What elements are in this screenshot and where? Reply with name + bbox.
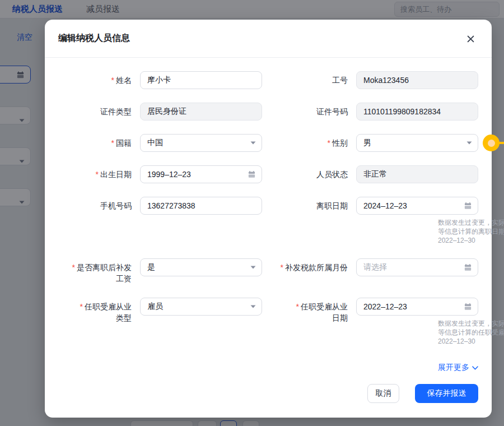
chevron-down-icon [250, 141, 256, 145]
required-marker: * [328, 138, 330, 147]
field-back-pay-month: *补发税款所属月份 请选择 [274, 258, 478, 284]
field-label: 任职受雇从业 日期 [301, 302, 348, 322]
gender-select[interactable]: 男 [356, 134, 478, 152]
save-and-submit-button[interactable]: 保存并报送 [415, 384, 478, 403]
required-marker: * [80, 302, 83, 311]
mobile-input[interactable]: 13627273838 [140, 197, 262, 215]
field-label: 补发税款所属月份 [285, 263, 348, 272]
cancel-button[interactable]: 取消 [367, 384, 399, 403]
field-employee-id: 工号 Moka123456 [274, 71, 478, 89]
annotation-marker-dot [483, 135, 500, 151]
calendar-icon [464, 303, 472, 311]
field-label: 姓名 [116, 76, 132, 85]
birth-date-picker[interactable]: 1999–12–23 [140, 165, 262, 183]
field-id-type: 证件类型 居民身份证 [58, 103, 262, 121]
dialog-title: 编辑纳税人员信息 [58, 33, 130, 44]
nationality-select[interactable]: 中国 [140, 134, 262, 152]
field-name: *姓名 摩小卡 [58, 71, 262, 89]
field-label: 证件号码 [316, 107, 348, 116]
required-marker: * [111, 76, 114, 85]
dialog-footer: 取消 保存并报送 [45, 373, 492, 416]
field-employment-date: *任职受雇从业 日期 2022–12–23 数据发生过变更，实际系统依据员工合同… [274, 298, 478, 346]
employment-date-helper-text: 数据发生过变更，实际系统依据员工合同 等信息计算的任职受雇从业日期应为： 202… [438, 319, 504, 346]
back-pay-month-picker[interactable]: 请选择 [356, 258, 478, 276]
chevron-down-icon [250, 266, 256, 269]
required-marker: * [296, 302, 299, 311]
required-marker: * [281, 263, 283, 272]
employee-id-input: Moka123456 [356, 71, 478, 89]
employment-date-picker[interactable]: 2022–12–23 [356, 298, 478, 316]
leave-date-picker[interactable]: 2024–12–23 [356, 197, 478, 215]
field-employment-type: *任职受雇从业 类型 雇员 [58, 298, 262, 346]
field-label: 工号 [332, 76, 348, 85]
id-number-input: 110101199809182834 [356, 103, 478, 121]
close-button[interactable] [466, 34, 475, 43]
calendar-icon [464, 202, 472, 210]
field-label: 性别 [332, 138, 348, 147]
person-status-input: 非正常 [356, 165, 478, 183]
chevron-down-icon [466, 141, 472, 145]
field-back-pay: *是否离职后补发 工资 是 [58, 258, 262, 284]
field-label: 离职日期 [316, 201, 348, 210]
back-pay-select[interactable]: 是 [140, 258, 262, 276]
employment-type-select[interactable]: 雇员 [140, 298, 262, 316]
required-marker: * [96, 170, 99, 179]
field-id-number: 证件号码 110101199809182834 [274, 103, 478, 121]
leave-date-helper-text: 数据发生过变更，实际系统依据员工合同 等信息计算的离职日期应为： 2022–12… [438, 218, 504, 245]
field-label: 手机号码 [100, 201, 132, 210]
field-label: 出生日期 [100, 170, 132, 179]
field-label: 人员状态 [316, 170, 348, 179]
field-gender: *性别 男 [274, 134, 478, 152]
field-leave-date: 离职日期 2024–12–23 数据发生过变更，实际系统依据员工合同 等信息计算… [274, 197, 478, 245]
field-nationality: *国籍 中国 [58, 134, 262, 152]
expand-more-link[interactable]: 展开更多 [438, 363, 478, 373]
calendar-icon [248, 170, 256, 179]
field-person-status: 人员状态 非正常 [274, 165, 478, 183]
id-type-input: 居民身份证 [140, 103, 262, 121]
edit-taxpayer-dialog: 编辑纳税人员信息 *姓名 摩小卡 工号 Moka123456 证件类型 居民身份… [45, 20, 492, 418]
dialog-form: *姓名 摩小卡 工号 Moka123456 证件类型 居民身份证 证件号码 11… [45, 58, 492, 346]
chevron-down-icon [250, 305, 256, 308]
calendar-icon [464, 263, 472, 272]
field-mobile: 手机号码 13627273838 [58, 197, 262, 245]
field-label: 证件类型 [100, 107, 132, 116]
field-label: 任职受雇从业 类型 [85, 302, 132, 322]
field-birth-date: *出生日期 1999–12–23 [58, 165, 262, 183]
close-icon [467, 35, 474, 43]
name-input[interactable]: 摩小卡 [140, 71, 262, 89]
chevron-down-icon [472, 366, 478, 370]
required-marker: * [72, 263, 75, 272]
required-marker: * [111, 138, 114, 147]
field-label: 国籍 [116, 138, 132, 147]
field-label: 是否离职后补发 工资 [77, 263, 132, 283]
dialog-header: 编辑纳税人员信息 [45, 20, 492, 58]
